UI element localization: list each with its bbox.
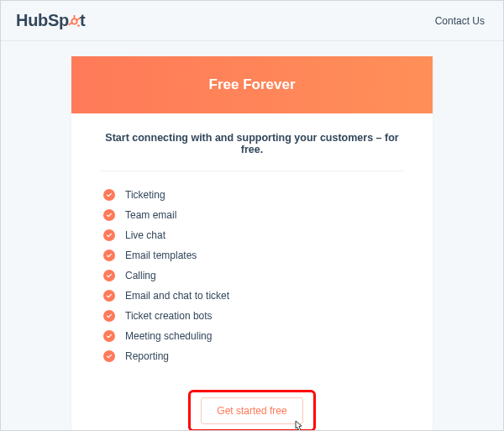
pricing-tagline: Start connecting with and supporting you…	[100, 132, 404, 171]
feature-item: Email and chat to ticket	[103, 286, 401, 306]
check-icon	[103, 310, 115, 322]
feature-label: Email templates	[125, 250, 197, 261]
feature-label: Live chat	[125, 229, 165, 241]
feature-item: Ticket creation bots	[103, 306, 401, 326]
check-icon	[103, 189, 115, 201]
feature-item: Live chat	[103, 225, 401, 245]
pricing-card: Free Forever Start connecting with and s…	[71, 56, 433, 431]
feature-label: Email and chat to ticket	[125, 290, 229, 302]
svg-line-2	[76, 18, 79, 20]
check-icon	[103, 250, 115, 261]
check-icon	[103, 270, 115, 281]
check-icon	[103, 290, 115, 302]
feature-item: Email templates	[103, 245, 401, 265]
feature-label: Calling	[125, 270, 156, 281]
feature-item: Calling	[103, 265, 401, 286]
feature-list: Ticketing Team email Live chat Email tem…	[100, 185, 404, 366]
cta-highlight-box: Get started free	[188, 390, 315, 431]
feature-item: Ticketing	[103, 185, 401, 205]
get-started-button[interactable]: Get started free	[201, 397, 302, 424]
contact-us-link[interactable]: Contact Us	[435, 15, 485, 27]
page-header: Hub Sp t Contact Us	[1, 1, 503, 41]
svg-line-3	[69, 23, 71, 24]
feature-label: Ticketing	[125, 189, 165, 201]
sprocket-icon	[68, 15, 81, 28]
check-icon	[103, 229, 115, 241]
feature-label: Ticket creation bots	[125, 310, 213, 322]
feature-item: Reporting	[103, 346, 401, 366]
pricing-card-title: Free Forever	[71, 56, 433, 113]
svg-point-4	[77, 24, 80, 27]
feature-item: Team email	[103, 205, 401, 225]
brand-part-hub: Hub	[16, 11, 48, 30]
check-icon	[103, 330, 115, 342]
feature-label: Reporting	[125, 350, 169, 362]
brand-part-sp: Sp	[48, 11, 69, 30]
feature-label: Meeting scheduling	[125, 330, 212, 342]
check-icon	[103, 209, 115, 221]
pricing-card-body: Start connecting with and supporting you…	[71, 113, 433, 431]
check-icon	[103, 350, 115, 362]
feature-label: Team email	[125, 209, 176, 221]
cta-area: Get started free Free forever. Get start…	[100, 390, 404, 431]
pricing-card-wrap: Free Forever Start connecting with and s…	[1, 41, 503, 431]
brand-logo[interactable]: Hub Sp t	[16, 11, 85, 30]
feature-item: Meeting scheduling	[103, 326, 401, 346]
